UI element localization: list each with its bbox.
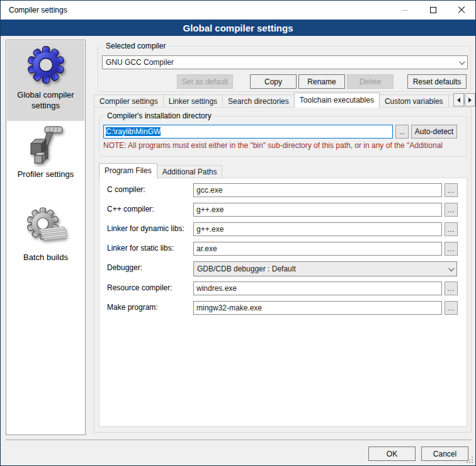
page-title: Global compiler settings	[183, 23, 293, 33]
cpp-compiler-input[interactable]	[193, 203, 442, 217]
group-label: Compiler's installation directory	[105, 111, 214, 120]
minimize-button[interactable]	[390, 1, 419, 20]
installation-directory-group: Compiler's installation directory C:\ray…	[99, 116, 467, 157]
maximize-button[interactable]	[419, 1, 447, 20]
rename-button[interactable]: Rename	[298, 74, 345, 89]
browse-cpp-compiler-button[interactable]: ...	[445, 203, 458, 217]
field-label: Resource compiler:	[107, 283, 172, 292]
tab-scroll-right-button[interactable]	[465, 93, 475, 106]
tab-compiler-settings[interactable]: Compiler settings	[94, 94, 164, 108]
tab-scroll-left-button[interactable]	[453, 93, 464, 106]
field-row-cpp-compiler: C++ compiler: ...	[99, 203, 467, 218]
footer-divider	[6, 440, 472, 440]
tab-toolchain-executables[interactable]: Toolchain executables	[294, 93, 380, 108]
auto-detect-button[interactable]: Auto-detect	[411, 125, 457, 139]
debugger-select-value: GDB/CDB debugger : Default	[197, 264, 296, 273]
group-label: Selected compiler	[103, 42, 168, 50]
browse-directory-button[interactable]: ...	[395, 125, 409, 139]
linker-static-input[interactable]	[193, 242, 442, 256]
sidebar-item-global-compiler-settings[interactable]: Global compilersettings	[7, 41, 84, 121]
field-row-linker-static: Linker for static libs: ...	[99, 242, 467, 257]
field-row-debugger: Debugger: GDB/CDB debugger : Default	[99, 261, 467, 276]
field-label: C compiler:	[107, 185, 145, 194]
chevron-down-icon	[448, 265, 455, 271]
browse-make-program-button[interactable]: ...	[445, 301, 458, 315]
browse-c-compiler-button[interactable]: ...	[445, 183, 458, 197]
field-label: Debugger:	[107, 263, 142, 272]
bin-subdirectory-note: NOTE: All programs must exist either in …	[103, 141, 464, 150]
resource-compiler-input[interactable]	[193, 281, 442, 295]
cancel-button[interactable]: Cancel	[421, 446, 468, 461]
compiler-select-value: GNU GCC Compiler	[106, 58, 174, 67]
settings-category-list: Global compilersettings	[6, 40, 86, 435]
window-controls	[390, 1, 475, 20]
reset-defaults-button[interactable]: Reset defaults	[407, 74, 467, 89]
field-row-linker-dynamic: Linker for dynamic libs: ...	[99, 222, 467, 237]
sidebar-item-label: Batch builds	[23, 252, 68, 263]
resize-grip[interactable]	[467, 457, 473, 463]
c-compiler-input[interactable]	[193, 183, 442, 197]
minimize-icon	[402, 10, 408, 11]
program-files-tabstrip: Program Files Additional Paths	[99, 163, 351, 178]
window-title: Compiler settings	[9, 6, 67, 14]
field-row-make-program: Make program: ...	[99, 301, 467, 316]
sidebar-item-label: Global compilersettings	[17, 89, 74, 111]
field-label: C++ compiler:	[107, 205, 154, 213]
field-row-resource-compiler: Resource compiler: ...	[99, 281, 467, 297]
debugger-select[interactable]: GDB/CDB debugger : Default	[193, 261, 457, 276]
ok-button[interactable]: OK	[368, 446, 416, 461]
caliper-cubes-icon	[26, 125, 66, 165]
gray-gear-stack-icon	[26, 207, 66, 247]
arrow-right-icon	[468, 98, 472, 103]
chevron-down-icon	[459, 59, 465, 65]
selected-text: C:\raylib\MinGW	[106, 127, 161, 136]
field-label: Make program:	[107, 303, 158, 312]
browse-linker-dynamic-button[interactable]: ...	[445, 222, 458, 236]
settings-tabstrip: Compiler settings Linker settings Search…	[94, 93, 472, 108]
copy-button[interactable]: Copy	[250, 74, 297, 89]
field-row-c-compiler: C compiler: ...	[99, 183, 467, 198]
sidebar-item-batch-builds[interactable]: Batch builds	[7, 193, 84, 266]
maximize-icon	[430, 7, 436, 13]
tab-linker-settings[interactable]: Linker settings	[163, 94, 223, 108]
tab-program-files[interactable]: Program Files	[99, 163, 157, 178]
browse-linker-static-button[interactable]: ...	[445, 242, 458, 256]
tab-search-directories[interactable]: Search directories	[222, 94, 295, 108]
installation-directory-input[interactable]: C:\raylib\MinGW	[103, 125, 393, 139]
blue-gear-icon	[26, 45, 66, 85]
linker-dynamic-input[interactable]	[193, 222, 442, 236]
field-label: Linker for dynamic libs:	[107, 224, 184, 233]
delete-button[interactable]: Delete	[347, 74, 394, 89]
compiler-select[interactable]: GNU GCC Compiler	[102, 55, 468, 69]
field-label: Linker for static libs:	[107, 244, 174, 253]
sidebar-item-label: Profiler settings	[18, 169, 74, 179]
compiler-settings-dialog: Compiler settings Global compiler settin…	[0, 0, 476, 466]
tab-scroll-controls	[453, 93, 475, 106]
close-button[interactable]	[447, 1, 475, 20]
sidebar-item-profiler-settings[interactable]: Profiler settings	[7, 122, 84, 191]
set-as-default-button[interactable]: Set as default	[177, 74, 233, 89]
close-icon	[458, 6, 465, 14]
titlebar: Compiler settings	[1, 1, 475, 20]
make-program-input[interactable]	[193, 301, 442, 315]
browse-resource-compiler-button[interactable]: ...	[445, 281, 458, 295]
tab-custom-variables[interactable]: Custom variables	[379, 94, 449, 108]
arrow-left-icon	[457, 98, 460, 103]
selected-compiler-group: Selected compiler GNU GCC Compiler Set a…	[98, 46, 471, 92]
program-files-page: C compiler: ... C++ compiler: ... Linker…	[99, 178, 467, 427]
dialog-header: Global compiler settings	[1, 20, 475, 36]
tab-additional-paths[interactable]: Additional Paths	[157, 165, 223, 178]
